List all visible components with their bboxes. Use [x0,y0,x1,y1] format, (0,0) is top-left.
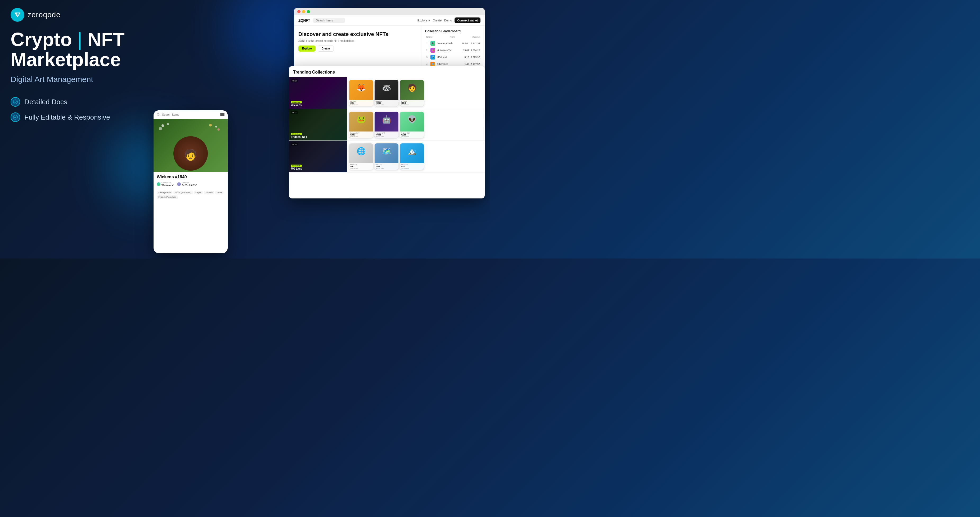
nft-emoji-2: 🦝 [375,80,398,96]
mobile-nft-info: Wickens #1840 Collection Wickens ✓ Creat… [154,172,228,189]
traffic-light-green[interactable] [307,10,310,13]
trending-header: Trending Collections [289,66,485,77]
tag-hands: #Hands (Porcelain) [157,195,178,199]
menu-line-1 [220,113,224,114]
collection-name-mgland: MG Land [291,167,302,170]
meta-creator: Creator 0x26...99b7 ✓ [177,181,197,187]
lb-avatar-3: 🌍 [430,55,435,60]
mini-nft-info-4: Fridoos_NFT #3683 Not for sale [349,132,373,138]
collection-row-wickens: 0x42 Wickens Collection 🦊 Wickens #956 N… [289,77,485,109]
logo-row: zeroqode [11,8,148,22]
collection-name-wickens: Wickens [291,104,302,106]
collection-banner-fridoos: 0x77 Fridoos_NFT Collection [289,109,347,141]
nav-create[interactable]: Create [433,19,442,22]
meta-collection-label: Collection [161,181,174,184]
tag-eyes: #Eyes [194,191,203,194]
traffic-light-yellow[interactable] [302,10,305,13]
meta-collection-name: Wickens ✓ [161,184,174,187]
explore-button[interactable]: Explore [298,46,315,52]
check-icon-1 [11,97,20,106]
traffic-light-red[interactable] [297,10,301,13]
check-icon-2 [11,113,20,122]
mobile-nft-meta: Collection Wickens ✓ Creator 0x26...99b7… [157,181,224,187]
mini-nft-mgland-1: 🌐 MG Land #001 Not for sale [349,143,373,170]
title-line1: Crypto | NFT [11,29,125,50]
trending-panel: Trending Collections 0x42 Wickens Collec… [289,66,485,198]
nft-card-image-area: 🧑 [154,119,228,172]
mobile-menu-icon[interactable] [220,113,224,116]
mini-nft-info-3: Wickens #1840 Not for sale [400,100,424,106]
collection-badge-wickens: 0x42 [291,79,298,82]
mini-nft-info-2: Wickens #2230 Not for sale [375,100,398,106]
feature-text-1: Detailed Docs [24,98,67,106]
tag-mouth: #Mouth [204,191,214,194]
mini-nft-info-1: Wickens #956 Not for sale [349,100,373,106]
collection-badge-mgland: 0x14 [291,143,298,146]
mini-nft-info-8: MG Land #002 Not for sale [375,163,398,170]
meta-collection-avatar [157,182,161,186]
meta-creator-addr: 0x26...99b7 ✓ [182,184,197,187]
collection-badge-green-wickens: Collection [291,101,302,103]
mini-nft-info-9: MG Land #003 Not for sale [400,163,424,170]
mini-nft-fridoos-3683: 🐸 Fridoos_NFT #3683 Not for sale [349,112,373,138]
connect-wallet-button[interactable]: Connect wallet [455,17,480,23]
lb-row-3: 3 🌍 MG Land 0.10 9 079.92 [425,54,481,60]
collection-row-mgland: 0x14 MG Land Collection 🌐 MG Land #001 N… [289,141,485,173]
lb-col-volume: Volume [472,36,480,38]
collection-banner-wickens: 0x42 Wickens Collection [289,77,347,109]
collection-name-fridoos: Fridoos_NFT [291,135,307,138]
feature-text-2: Fully Editable & Responsive [24,113,110,121]
collection-nfts-fridoos: 🐸 Fridoos_NFT #3683 Not for sale 🤖 Frido… [347,109,485,141]
nav-demo[interactable]: Demo [444,19,452,22]
mini-nft-mgland-3: 🏔️ MG Land #003 Not for sale [400,143,424,170]
nft-emoji-5: 🤖 [375,112,398,127]
lb-avatar-4: 🗺️ [430,62,435,67]
lb-col-name: Name [426,36,433,38]
nft-emoji-8: 🗺️ [375,143,398,159]
subtitle: Digital Art Management [11,75,148,84]
browser-titlebar [294,8,485,15]
nft-emoji-9: 🏔️ [400,143,424,159]
lb-row-2: 2 🙉 MutantApeYac 15.07 9 614.26 [425,47,481,54]
logo-icon [11,8,24,22]
meta-creator-label: Creator [182,181,197,184]
nft-emoji-1: 🦊 [349,80,373,96]
nft-emoji-7: 🌐 [349,143,373,159]
tag-hair: #Hair [215,191,223,194]
nft-navbar: ZQNFT Explore ∨ Create Demo Connect wall… [294,15,485,26]
collection-nfts-wickens: 🦊 Wickens #956 Not for sale 🦝 Wickens #2… [347,77,485,109]
collection-nfts-mgland: 🌐 MG Land #001 Not for sale 🗺️ MG Land #… [347,141,485,172]
mini-nft-info-5: Fridoos_NFT #7962 Not for sale [375,132,398,138]
svg-point-2 [13,115,18,119]
lb-row-1: 1 🦍 BoredApeYach 70.84 17 242.34 [425,40,481,47]
nav-explore[interactable]: Explore ∨ [417,19,430,22]
nft-brand-logo: ZQNFT [298,18,310,22]
collection-badge-green-mgland: Collection [291,165,302,167]
lb-col-floor: Floor [450,36,455,38]
mobile-nft-title: Wickens #1840 [157,174,224,179]
nft-emoji-6: 👽 [400,112,424,127]
nft-search-input[interactable] [313,18,345,23]
svg-point-1 [13,100,18,104]
hero-buttons: Explore Create [298,46,417,52]
menu-line-3 [220,115,224,116]
hero-desc: ZQNFT is the largest no-code NFT marketp… [298,40,417,42]
collection-row-fridoos: 0x77 Fridoos_NFT Collection 🐸 Fridoos_NF… [289,109,485,141]
tag-skin: #Skin (Porcelain) [173,191,193,194]
mini-nft-fridoos-3356: 👽 Fridoos_NFT #3356 Not for sale [400,112,424,138]
hero-title: Discover and create exclusive NFTs [298,31,417,37]
mobile-search-text: Search Items [162,113,218,116]
collection-badge-green-fridoos: Collection [291,133,302,135]
mini-nft-info-6: Fridoos_NFT #3356 Not for sale [400,132,424,138]
brand-name: zeroqode [27,11,60,19]
mini-nft-mgland-2: 🗺️ MG Land #002 Not for sale [375,143,398,170]
lb-avatar-2: 🙉 [430,48,435,53]
title-line2: Marketplace [11,49,121,70]
pipe-separator: | [77,29,82,50]
create-button[interactable]: Create [318,46,334,52]
feature-list: Detailed Docs Fully Editable & Responsiv… [11,97,148,122]
trending-title: Trending Collections [293,70,335,75]
meta-collection: Collection Wickens ✓ [157,181,174,187]
mobile-tags: #Background #Skin (Porcelain) #Eyes #Mou… [154,189,228,200]
svg-point-3 [157,114,159,116]
